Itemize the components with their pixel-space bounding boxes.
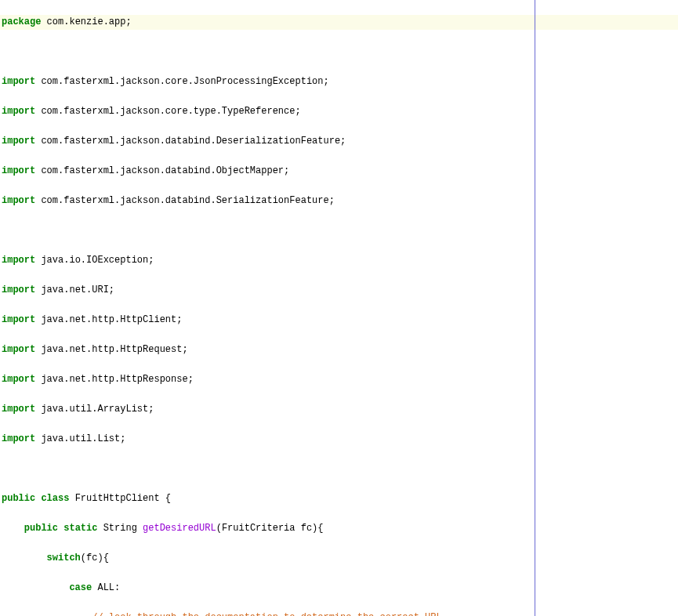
return-type: String xyxy=(97,523,143,534)
comment: // look through the documentation to det… xyxy=(92,612,441,616)
code-line[interactable]: import com.fasterxml.jackson.databind.Ob… xyxy=(0,164,678,179)
import-path: java.io.IOException; xyxy=(35,255,154,266)
code-line[interactable]: public static String getDesiredURL(Fruit… xyxy=(0,521,678,536)
code-line[interactable]: public class FruitHttpClient { xyxy=(0,491,678,506)
code-line[interactable]: import java.net.http.HttpResponse; xyxy=(0,372,678,387)
code-line[interactable]: import com.fasterxml.jackson.databind.De… xyxy=(0,134,678,149)
method-name: getDesiredURL xyxy=(143,523,216,534)
keyword-import: import xyxy=(2,344,35,355)
keyword-import: import xyxy=(2,374,35,385)
code-line[interactable]: // look through the documentation to det… xyxy=(0,611,678,616)
import-path: java.net.http.HttpClient; xyxy=(35,314,182,325)
keyword-import: import xyxy=(2,136,35,147)
import-path: com.fasterxml.jackson.databind.ObjectMap… xyxy=(35,165,289,176)
keyword-import: import xyxy=(2,195,35,206)
keyword-import: import xyxy=(2,165,35,176)
switch-expr: (fc){ xyxy=(81,553,109,563)
case-label: ALL: xyxy=(92,582,120,593)
code-line[interactable]: import java.net.http.HttpClient; xyxy=(0,313,678,328)
keyword-package: package xyxy=(2,16,41,27)
code-line[interactable]: switch(fc){ xyxy=(0,551,678,566)
keyword-static: static xyxy=(63,523,97,534)
import-path: com.fasterxml.jackson.databind.Serializa… xyxy=(35,195,335,206)
keyword-case: case xyxy=(69,582,92,593)
import-path: java.net.http.HttpResponse; xyxy=(35,374,194,385)
class-name: FruitHttpClient { xyxy=(69,493,171,504)
code-line[interactable]: import com.fasterxml.jackson.databind.Se… xyxy=(0,194,678,208)
code-line[interactable]: import com.fasterxml.jackson.core.type.T… xyxy=(0,104,678,119)
keyword-public: public xyxy=(24,523,58,534)
keyword-import: import xyxy=(2,314,35,325)
print-margin-line xyxy=(535,0,535,616)
keyword-import: import xyxy=(2,433,35,444)
code-line[interactable]: case ALL: xyxy=(0,581,678,596)
import-path: java.net.http.HttpRequest; xyxy=(35,344,187,355)
import-path: com.fasterxml.jackson.core.JsonProcessin… xyxy=(35,76,328,87)
keyword-switch: switch xyxy=(47,553,81,563)
code-line[interactable] xyxy=(0,45,678,60)
code-line[interactable]: import java.io.IOException; xyxy=(0,253,678,268)
import-path: com.fasterxml.jackson.core.type.TypeRefe… xyxy=(35,106,300,117)
code-line[interactable]: import java.net.http.HttpRequest; xyxy=(0,342,678,357)
keyword-import: import xyxy=(2,76,35,87)
code-line[interactable]: import java.net.URI; xyxy=(0,283,678,298)
import-path: java.util.ArrayList; xyxy=(35,404,154,415)
keyword-import: import xyxy=(2,255,35,266)
import-path: java.net.URI; xyxy=(35,284,114,295)
code-line[interactable]: package com.kenzie.app; xyxy=(0,15,678,30)
code-line[interactable] xyxy=(0,462,678,476)
code-line[interactable]: import java.util.List; xyxy=(0,432,678,447)
keyword-import: import xyxy=(2,284,35,295)
code-line[interactable] xyxy=(0,223,678,238)
keyword-class: class xyxy=(41,493,69,504)
keyword-import: import xyxy=(2,106,35,117)
keyword-public: public xyxy=(2,493,35,504)
code-line[interactable]: import com.fasterxml.jackson.core.JsonPr… xyxy=(0,74,678,89)
method-params: (FruitCriteria fc){ xyxy=(216,523,324,534)
import-path: com.fasterxml.jackson.databind.Deseriali… xyxy=(35,136,346,147)
code-editor[interactable]: package com.kenzie.app; import com.faste… xyxy=(0,0,678,616)
code-line[interactable]: import java.util.ArrayList; xyxy=(0,402,678,417)
keyword-import: import xyxy=(2,404,35,415)
package-path: com.kenzie.app; xyxy=(41,16,131,27)
import-path: java.util.List; xyxy=(35,433,125,444)
